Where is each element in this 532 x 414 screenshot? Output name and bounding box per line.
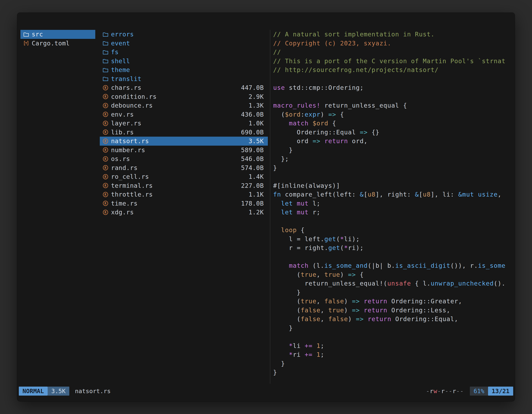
code-line: // Copyright (c) 2023, sxyazi. xyxy=(273,39,512,48)
file-size: 178.0B xyxy=(237,200,264,207)
folder-icon xyxy=(103,40,109,46)
file-name: src xyxy=(32,31,43,38)
code-line: match (l.is_some_and(|b| b.is_ascii_digi… xyxy=(273,261,512,270)
dir-row[interactable]: event xyxy=(100,39,268,48)
file-row[interactable]: Rtime.rs178.0B xyxy=(100,199,268,208)
rust-file-icon: R xyxy=(103,165,109,171)
folder-icon xyxy=(103,76,109,82)
file-size: 436.0B xyxy=(237,111,264,118)
code-line: #[inline(always)] xyxy=(273,181,512,190)
code-line: (true, true) => { xyxy=(273,270,512,279)
svg-text:R: R xyxy=(104,193,106,197)
svg-text:R: R xyxy=(104,122,106,125)
yazi-window: srcCargo.toml errorseventfsshellthemetra… xyxy=(17,13,515,401)
file-row[interactable]: Rrand.rs574.0B xyxy=(100,164,268,173)
dir-row[interactable]: shell xyxy=(100,57,268,66)
code-line: (true, false) => return Ordering::Greate… xyxy=(273,297,512,306)
code-line: } xyxy=(273,146,512,155)
folder-icon xyxy=(23,31,29,38)
rust-file-icon: R xyxy=(103,209,109,215)
rust-file-icon: R xyxy=(103,192,109,198)
code-line: (false, false) => return Ordering::Equal… xyxy=(273,315,512,324)
file-size: 546.0B xyxy=(237,155,264,163)
svg-text:R: R xyxy=(104,202,106,205)
file-row[interactable]: Rlayer.rs1.0K xyxy=(100,119,268,128)
file-row[interactable]: Rthrottle.rs1.1K xyxy=(100,190,268,199)
code-line: ord => return ord, xyxy=(273,137,512,146)
file-name: natsort.rs xyxy=(111,137,149,144)
file-size: 1.1K xyxy=(245,191,264,198)
file-name: errors xyxy=(111,31,134,38)
svg-text:R: R xyxy=(104,166,106,170)
file-size: 690.0B xyxy=(237,129,264,136)
rust-file-icon: R xyxy=(103,156,109,162)
dir-row[interactable]: fs xyxy=(100,48,268,57)
file-size: 1.4K xyxy=(245,173,264,180)
code-line: } xyxy=(273,324,512,333)
code-line: let mut l; xyxy=(273,199,512,208)
file-size-badge: 3.5K xyxy=(48,387,69,395)
dir-row[interactable]: src xyxy=(20,30,95,39)
svg-text:R: R xyxy=(104,175,106,179)
file-row[interactable]: Renv.rs436.0B xyxy=(100,110,268,119)
code-line: l = left.get(*li); xyxy=(273,235,512,244)
file-row[interactable]: Rro_cell.rs1.4K xyxy=(100,172,268,181)
file-name: throttle.rs xyxy=(111,191,153,198)
mode-badge: NORMAL xyxy=(19,387,48,395)
file-row[interactable]: Rnumber.rs589.0B xyxy=(100,146,268,155)
file-row[interactable]: Ros.rs546.0B xyxy=(100,154,268,164)
file-row[interactable]: Rdebounce.rs1.3K xyxy=(100,101,268,110)
code-line: } xyxy=(273,164,512,173)
rust-file-icon: R xyxy=(103,200,109,206)
file-name: number.rs xyxy=(111,146,145,154)
svg-text:R: R xyxy=(104,104,106,108)
code-line: let mut r; xyxy=(273,208,512,217)
code-line: ($ord:expr) => { xyxy=(273,110,512,119)
status-bar-right: -rw-r--r-- 61% 13/21 xyxy=(426,387,513,395)
file-row[interactable]: Rterminal.rs227.0B xyxy=(100,181,268,190)
file-size: 447.0B xyxy=(237,84,264,91)
svg-text:R: R xyxy=(104,184,106,188)
file-size: 227.0B xyxy=(237,182,264,189)
file-row[interactable]: Rxdg.rs1.2K xyxy=(100,208,268,217)
file-name: rand.rs xyxy=(111,164,138,171)
file-size: 2.9K xyxy=(245,93,264,100)
file-name: fs xyxy=(111,48,119,56)
dir-row[interactable]: translit xyxy=(100,75,268,83)
code-line: // A natural sort implementation in Rust… xyxy=(273,30,512,39)
code-line xyxy=(273,172,512,181)
rust-file-icon: R xyxy=(103,103,109,109)
folder-icon xyxy=(103,67,109,73)
file-name: chars.rs xyxy=(111,84,142,91)
code-line: } xyxy=(273,288,512,297)
file-row[interactable]: Rcondition.rs2.9K xyxy=(100,92,268,101)
code-line: macro_rules! return_unless_equal { xyxy=(273,101,512,110)
code-line: // This is a port of the C version of Ma… xyxy=(273,57,512,66)
rust-file-icon: R xyxy=(103,85,109,91)
svg-text:R: R xyxy=(104,139,106,143)
code-line: return_unless_equal!(unsafe { l.unwrap_u… xyxy=(273,279,512,288)
code-line: match $ord { xyxy=(273,119,512,128)
rust-file-icon: R xyxy=(103,147,109,153)
file-name: xdg.rs xyxy=(111,209,134,216)
svg-text:R: R xyxy=(104,113,106,116)
file-row[interactable]: Rchars.rs447.0B xyxy=(100,83,268,92)
file-row[interactable]: Cargo.toml xyxy=(20,39,95,48)
file-name: env.rs xyxy=(111,111,134,118)
code-line xyxy=(273,75,512,83)
folder-icon xyxy=(103,49,109,55)
file-size: 1.3K xyxy=(245,102,264,109)
file-name: os.rs xyxy=(111,155,130,163)
rust-file-icon: R xyxy=(103,120,109,126)
code-line: loop { xyxy=(273,226,512,235)
svg-text:R: R xyxy=(104,86,106,90)
code-line: // xyxy=(273,48,512,57)
file-row[interactable]: Rnatsort.rs3.5K xyxy=(100,137,268,146)
dir-row[interactable]: errors xyxy=(100,30,268,39)
file-name: Cargo.toml xyxy=(32,40,70,47)
file-name: terminal.rs xyxy=(111,182,153,189)
file-row[interactable]: Rlib.rs690.0B xyxy=(100,128,268,137)
file-name: shell xyxy=(111,58,130,65)
dir-row[interactable]: theme xyxy=(100,66,268,75)
file-name: ro_cell.rs xyxy=(111,173,149,180)
